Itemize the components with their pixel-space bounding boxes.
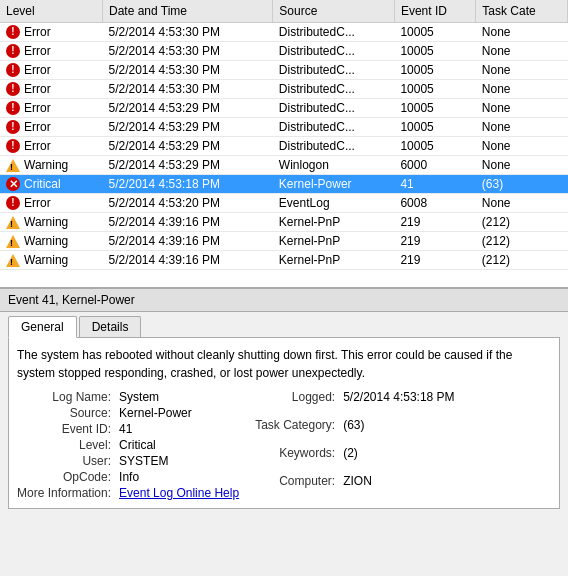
cell-taskcate: (63) — [476, 175, 568, 194]
cell-datetime: 5/2/2014 4:53:30 PM — [102, 23, 272, 42]
table-row[interactable]: Warning5/2/2014 4:39:16 PMKernel-PnP219(… — [0, 213, 568, 232]
error-icon: ! — [6, 82, 20, 96]
cell-level: !Error — [0, 194, 102, 213]
user-label: User: — [17, 454, 111, 468]
cell-datetime: 5/2/2014 4:53:29 PM — [102, 99, 272, 118]
cell-eventid: 41 — [394, 175, 475, 194]
cell-source: Kernel-PnP — [273, 251, 395, 270]
cell-taskcate: None — [476, 194, 568, 213]
table-row[interactable]: Warning5/2/2014 4:39:16 PMKernel-PnP219(… — [0, 251, 568, 270]
table-row[interactable]: !Error5/2/2014 4:53:29 PMDistributedC...… — [0, 137, 568, 156]
detail-header: Event 41, Kernel-Power — [0, 288, 568, 312]
cell-datetime: 5/2/2014 4:53:29 PM — [102, 137, 272, 156]
cell-source: DistributedC... — [273, 23, 395, 42]
error-icon: ! — [6, 101, 20, 115]
cell-datetime: 5/2/2014 4:39:16 PM — [102, 213, 272, 232]
cell-level: Warning — [0, 213, 102, 232]
cell-taskcate: None — [476, 137, 568, 156]
cell-level: !Error — [0, 42, 102, 61]
cell-level: !Error — [0, 137, 102, 156]
cell-level: ✕Critical — [0, 175, 102, 194]
table-row[interactable]: !Error5/2/2014 4:53:29 PMDistributedC...… — [0, 99, 568, 118]
cell-eventid: 219 — [394, 232, 475, 251]
cell-taskcate: None — [476, 118, 568, 137]
table-row[interactable]: ✕Critical5/2/2014 4:53:18 PMKernel-Power… — [0, 175, 568, 194]
cell-datetime: 5/2/2014 4:53:30 PM — [102, 80, 272, 99]
cell-eventid: 10005 — [394, 137, 475, 156]
level-text: Warning — [24, 158, 68, 172]
cell-eventid: 10005 — [394, 42, 475, 61]
cell-source: Kernel-Power — [273, 175, 395, 194]
table-row[interactable]: !Error5/2/2014 4:53:29 PMDistributedC...… — [0, 118, 568, 137]
task-cat-value: (63) — [343, 418, 454, 432]
level-text: Error — [24, 139, 51, 153]
computer-value: ZION — [343, 474, 454, 488]
tab-details[interactable]: Details — [79, 316, 142, 337]
table-row[interactable]: !Error5/2/2014 4:53:30 PMDistributedC...… — [0, 23, 568, 42]
detail-fields: Log Name: System Source: Kernel-Power Ev… — [17, 390, 551, 500]
tab-general[interactable]: General — [8, 316, 77, 338]
cell-datetime: 5/2/2014 4:53:30 PM — [102, 61, 272, 80]
cell-level: !Error — [0, 23, 102, 42]
col-eventid: Event ID — [394, 0, 475, 23]
log-name-label: Log Name: — [17, 390, 111, 404]
level-text: Error — [24, 63, 51, 77]
cell-eventid: 10005 — [394, 61, 475, 80]
log-name-value: System — [119, 390, 239, 404]
error-icon: ! — [6, 25, 20, 39]
col-datetime: Date and Time — [102, 0, 272, 23]
cell-datetime: 5/2/2014 4:53:29 PM — [102, 156, 272, 175]
detail-tabs: General Details — [0, 312, 568, 337]
app-container: Level Date and Time Source Event ID Task… — [0, 0, 568, 576]
level-text: Warning — [24, 253, 68, 267]
cell-taskcate: (212) — [476, 213, 568, 232]
error-icon: ! — [6, 44, 20, 58]
event-detail-section: Event 41, Kernel-Power General Details T… — [0, 288, 568, 576]
cell-taskcate: None — [476, 99, 568, 118]
source-value: Kernel-Power — [119, 406, 239, 420]
cell-level: !Error — [0, 80, 102, 99]
warning-icon — [6, 216, 20, 229]
more-info-label: More Information: — [17, 486, 111, 500]
error-icon: ! — [6, 139, 20, 153]
cell-eventid: 10005 — [394, 99, 475, 118]
cell-source: DistributedC... — [273, 99, 395, 118]
level-text: Warning — [24, 215, 68, 229]
warning-icon — [6, 159, 20, 172]
table-row[interactable]: !Error5/2/2014 4:53:20 PMEventLog6008Non… — [0, 194, 568, 213]
user-value: SYSTEM — [119, 454, 239, 468]
cell-taskcate: None — [476, 156, 568, 175]
keywords-label: Keywords: — [255, 446, 335, 460]
cell-source: DistributedC... — [273, 80, 395, 99]
cell-eventid: 10005 — [394, 118, 475, 137]
cell-eventid: 10005 — [394, 80, 475, 99]
level-text: Error — [24, 196, 51, 210]
cell-eventid: 219 — [394, 251, 475, 270]
event-table: Level Date and Time Source Event ID Task… — [0, 0, 568, 270]
critical-icon: ✕ — [6, 177, 20, 191]
table-row[interactable]: Warning5/2/2014 4:39:16 PMKernel-PnP219(… — [0, 232, 568, 251]
cell-level: Warning — [0, 251, 102, 270]
col-level: Level — [0, 0, 102, 23]
col-source: Source — [273, 0, 395, 23]
keywords-value: (2) — [343, 446, 454, 460]
cell-source: Kernel-PnP — [273, 213, 395, 232]
cell-level: !Error — [0, 61, 102, 80]
table-row[interactable]: Warning5/2/2014 4:53:29 PMWinlogon6000No… — [0, 156, 568, 175]
cell-level: !Error — [0, 118, 102, 137]
cell-datetime: 5/2/2014 4:39:16 PM — [102, 251, 272, 270]
cell-eventid: 10005 — [394, 23, 475, 42]
cell-source: DistributedC... — [273, 137, 395, 156]
level-text: Error — [24, 25, 51, 39]
cell-source: EventLog — [273, 194, 395, 213]
level-text: Error — [24, 120, 51, 134]
more-info-link[interactable]: Event Log Online Help — [119, 486, 239, 500]
detail-col-left: Log Name: System Source: Kernel-Power Ev… — [17, 390, 239, 500]
cell-taskcate: None — [476, 23, 568, 42]
cell-taskcate: (212) — [476, 251, 568, 270]
cell-datetime: 5/2/2014 4:53:30 PM — [102, 42, 272, 61]
table-row[interactable]: !Error5/2/2014 4:53:30 PMDistributedC...… — [0, 80, 568, 99]
table-row[interactable]: !Error5/2/2014 4:53:30 PMDistributedC...… — [0, 61, 568, 80]
cell-eventid: 6008 — [394, 194, 475, 213]
table-row[interactable]: !Error5/2/2014 4:53:30 PMDistributedC...… — [0, 42, 568, 61]
